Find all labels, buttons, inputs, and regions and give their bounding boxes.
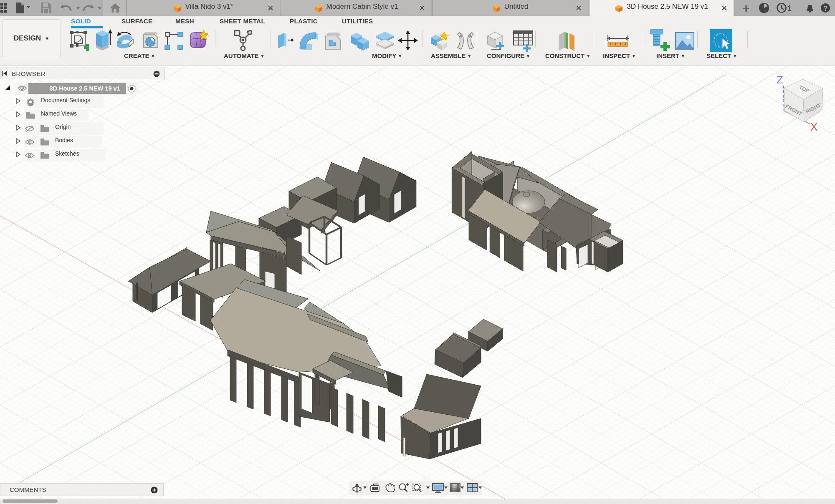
svg-text:X: X [810,121,817,133]
svg-text:Z: Z [777,73,783,86]
svg-text:1: 1 [787,4,792,13]
svg-text:?: ? [824,5,828,12]
